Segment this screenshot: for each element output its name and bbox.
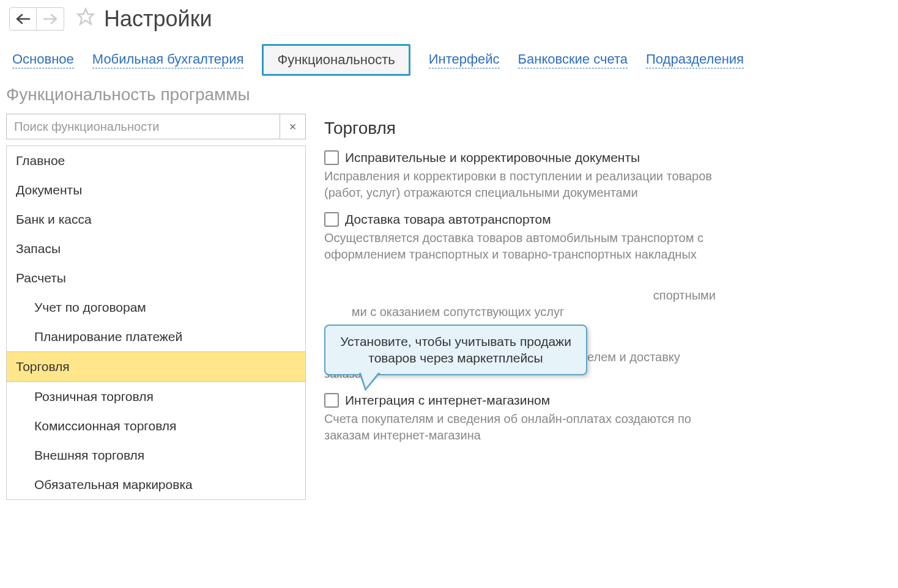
checkbox-corrective-docs[interactable] <box>324 150 339 165</box>
option-label: Интеграция с интернет-магазином <box>345 393 550 408</box>
tree-item-stock[interactable]: Запасы <box>7 234 305 263</box>
right-column: Торговля Исправительные и корректировочн… <box>324 114 892 500</box>
tree-item-marking[interactable]: Обязательная маркировка <box>7 470 305 499</box>
back-button[interactable] <box>9 7 37 31</box>
tab-mobile-accounting[interactable]: Мобильная бухгалтерия <box>92 51 244 68</box>
toolbar: Настройки <box>0 0 898 35</box>
favorite-icon[interactable] <box>76 7 95 31</box>
tree-item-commission[interactable]: Комиссионная торговля <box>7 411 305 441</box>
option-desc-obscured: спортными <box>324 287 716 304</box>
content: × Главное Документы Банк и касса Запасы … <box>0 114 898 500</box>
tree-item-retail[interactable]: Розничная торговля <box>7 382 305 411</box>
arrow-right-icon <box>43 13 58 24</box>
option-obscured: спортными компми с оказанием сопутствующ… <box>324 287 880 320</box>
tab-main[interactable]: Основное <box>12 51 74 68</box>
checkbox-eshop[interactable] <box>324 393 339 408</box>
tree-item-contracts[interactable]: Учет по договорам <box>7 293 305 322</box>
option-desc: Исправления и корректировки в поступлени… <box>324 168 716 201</box>
tree: Главное Документы Банк и касса Запасы Ра… <box>6 145 306 500</box>
forward-button[interactable] <box>37 7 64 31</box>
tab-interface[interactable]: Интерфейс <box>429 51 500 68</box>
tree-item-bank[interactable]: Банк и касса <box>7 205 305 234</box>
section-title: Торговля <box>324 119 880 138</box>
callout-tooltip: Установите, чтобы учитывать продажи това… <box>324 325 587 375</box>
option-delivery-auto: Доставка товара автотранспортом Осуществ… <box>324 212 880 263</box>
tree-item-calculations[interactable]: Расчеты <box>7 263 305 293</box>
option-corrective-docs: Исправительные и корректировочные докуме… <box>324 150 880 201</box>
callout-text-1: Установите, чтобы учитывать продажи <box>340 334 571 348</box>
tree-item-foreign-trade[interactable]: Внешняя торговля <box>7 441 305 470</box>
tab-functionality[interactable]: Функциональность <box>262 44 410 76</box>
left-column: × Главное Документы Банк и касса Запасы … <box>6 114 306 500</box>
option-label: Исправительные и корректировочные докуме… <box>345 150 640 165</box>
tree-item-main[interactable]: Главное <box>7 146 305 175</box>
search-row: × <box>6 114 306 139</box>
svg-marker-0 <box>78 9 94 24</box>
subtitle: Функциональность программы <box>0 82 898 114</box>
tab-bank-accounts[interactable]: Банковские счета <box>518 51 628 68</box>
tab-divisions[interactable]: Подразделения <box>646 51 744 68</box>
arrow-left-icon <box>16 13 31 24</box>
tabs-bar: Основное Мобильная бухгалтерия Функциона… <box>0 35 898 82</box>
option-desc: Осуществляется доставка товаров автомоби… <box>324 230 716 263</box>
checkbox-delivery-auto[interactable] <box>324 212 339 227</box>
search-input[interactable] <box>6 114 280 139</box>
option-label: Доставка товара автотранспортом <box>345 212 551 227</box>
option-eshop-integration: Интеграция с интернет-магазином Счета по… <box>324 393 880 444</box>
clear-search-button[interactable]: × <box>280 114 306 139</box>
option-desc: Счета покупателям и сведения об онлайн-о… <box>324 411 716 444</box>
option-desc-obscured-2: компми с оказанием сопутствующих услуг <box>324 304 716 320</box>
page-title: Настройки <box>104 6 212 32</box>
tree-item-documents[interactable]: Документы <box>7 175 305 205</box>
callout-tail-inner-icon <box>361 373 378 388</box>
tree-item-payment-planning[interactable]: Планирование платежей <box>7 322 305 351</box>
tree-item-trade[interactable]: Торговля <box>7 351 305 382</box>
callout-text-2: товаров через маркетплейсы <box>368 351 543 365</box>
